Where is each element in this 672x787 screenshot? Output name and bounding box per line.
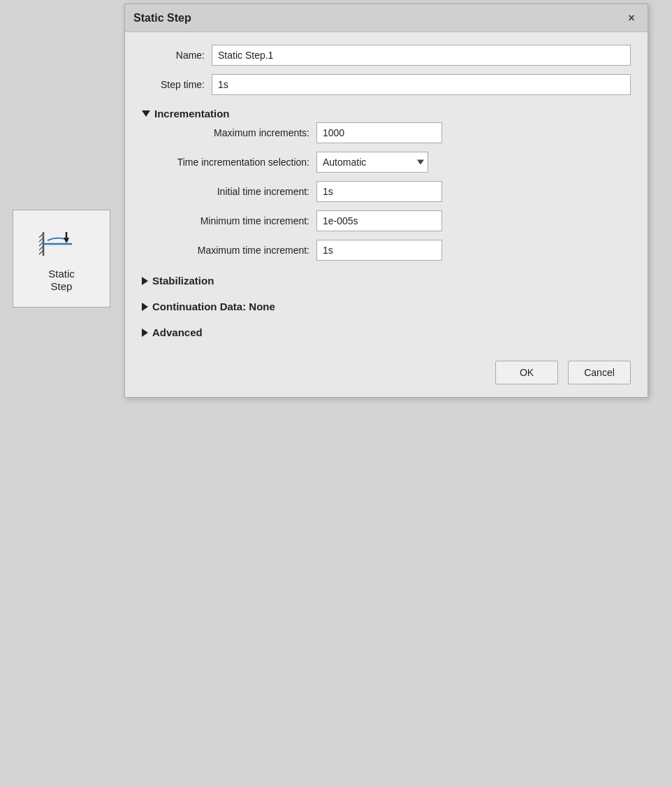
time-incr-selection-wrapper: Automatic Fixed bbox=[316, 152, 428, 173]
max-time-label: Maximum time increment: bbox=[156, 245, 309, 256]
dialog-title: Static Step bbox=[133, 12, 191, 24]
name-row: Name: bbox=[142, 45, 631, 66]
static-step-icon bbox=[34, 225, 89, 263]
time-incr-selection-label: Time incrementation selection: bbox=[156, 157, 309, 168]
initial-time-row: Initial time increment: bbox=[156, 181, 631, 202]
advanced-header[interactable]: Advanced bbox=[142, 326, 631, 338]
static-step-dialog: Static Step × Name: Step time: Increment… bbox=[124, 3, 648, 398]
incrementation-header[interactable]: Incrementation bbox=[142, 108, 631, 120]
step-time-row: Step time: bbox=[142, 74, 631, 95]
advanced-label: Advanced bbox=[152, 326, 203, 338]
step-time-label: Step time: bbox=[142, 79, 205, 90]
incrementation-label: Incrementation bbox=[154, 108, 230, 120]
stabilization-chevron bbox=[142, 277, 148, 285]
close-button[interactable]: × bbox=[624, 10, 639, 26]
ok-button[interactable]: OK bbox=[495, 361, 558, 384]
sidebar-icon-panel: Static Step bbox=[13, 210, 110, 308]
cancel-button[interactable]: Cancel bbox=[568, 361, 631, 384]
name-label: Name: bbox=[142, 50, 205, 61]
sidebar-label: Static Step bbox=[48, 268, 75, 293]
dialog-buttons: OK Cancel bbox=[125, 354, 648, 397]
stabilization-header[interactable]: Stabilization bbox=[142, 275, 631, 287]
max-increments-input[interactable] bbox=[316, 122, 442, 143]
min-time-input[interactable] bbox=[316, 210, 442, 231]
advanced-section: Advanced bbox=[142, 322, 631, 338]
stabilization-section: Stabilization bbox=[142, 270, 631, 287]
incrementation-section: Incrementation Maximum increments: Time … bbox=[142, 103, 631, 261]
continuation-section: Continuation Data: None bbox=[142, 296, 631, 312]
time-incr-selection-row: Time incrementation selection: Automatic… bbox=[156, 152, 631, 173]
min-time-row: Minimum time increment: bbox=[156, 210, 631, 231]
stabilization-label: Stabilization bbox=[152, 275, 214, 287]
max-time-input[interactable] bbox=[316, 240, 442, 261]
advanced-chevron bbox=[142, 328, 148, 337]
name-input[interactable] bbox=[212, 45, 631, 66]
max-increments-label: Maximum increments: bbox=[156, 127, 309, 138]
initial-time-input[interactable] bbox=[316, 181, 442, 202]
continuation-label: Continuation Data: None bbox=[152, 301, 275, 312]
time-incr-selection-select[interactable]: Automatic Fixed bbox=[316, 152, 428, 173]
dialog-content: Name: Step time: Incrementation Maximum … bbox=[125, 32, 648, 354]
min-time-label: Minimum time increment: bbox=[156, 215, 309, 226]
dialog-titlebar: Static Step × bbox=[125, 4, 648, 32]
incrementation-chevron bbox=[142, 110, 150, 117]
incrementation-content: Maximum increments: Time incrementation … bbox=[142, 122, 631, 261]
initial-time-label: Initial time increment: bbox=[156, 186, 309, 197]
continuation-header[interactable]: Continuation Data: None bbox=[142, 301, 631, 312]
continuation-chevron bbox=[142, 303, 148, 311]
step-time-input[interactable] bbox=[212, 74, 631, 95]
max-time-row: Maximum time increment: bbox=[156, 240, 631, 261]
max-increments-row: Maximum increments: bbox=[156, 122, 631, 143]
